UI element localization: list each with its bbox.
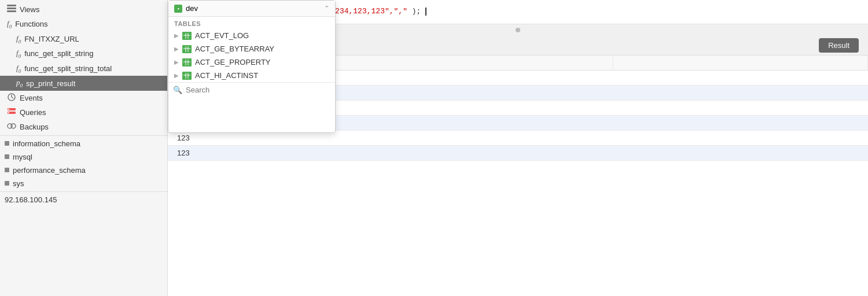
svg-rect-8 [8, 109, 9, 110]
sidebar-db-performance-schema[interactable]: performance_schema [0, 164, 167, 177]
sidebar-item-fn1[interactable]: f0 FN_ITXXZ_URL [0, 32, 167, 47]
expand-arrow-icon-1: ▶ [174, 32, 179, 39]
function-item-icon-2: f0 [16, 49, 21, 59]
svg-rect-12 [183, 33, 190, 39]
dropdown-search-bar: 🔍 [168, 82, 335, 97]
svg-rect-24 [183, 73, 190, 79]
functions-icon: f0 [7, 19, 12, 29]
dropdown-header[interactable]: ▪ dev ⌃ [168, 1, 335, 17]
sidebar-item-views[interactable]: Views [0, 2, 167, 17]
result-cell-empty-5 [613, 145, 868, 160]
expand-arrow-icon-4: ▶ [174, 72, 179, 79]
result-cell-empty-3 [613, 115, 868, 130]
events-icon [7, 93, 16, 103]
result-cell-5: 123 [168, 145, 613, 160]
result-column-empty [613, 56, 868, 71]
sidebar-db-sys[interactable]: sys [0, 177, 167, 190]
function-item-icon-1: f0 [16, 34, 21, 45]
sidebar: Views f0 Functions f0 FN_ITXXZ_URL f0 fu… [0, 0, 168, 296]
db-dot-icon-2 [5, 154, 9, 159]
svg-rect-9 [8, 112, 9, 113]
code-cursor [425, 8, 426, 16]
chevron-down-icon: ⌃ [324, 5, 329, 12]
svg-rect-16 [183, 46, 190, 52]
table-dropdown-popup: ▪ dev ⌃ TABLES ▶ ACT_EVT_LOG ▶ [168, 0, 336, 133]
dropdown-table-act-evt-log[interactable]: ▶ ACT_EVT_LOG [168, 29, 335, 42]
dropdown-table-act-ge-property-label: ACT_GE_PROPERTY [195, 58, 271, 66]
table-icon-3 [182, 58, 192, 66]
dropdown-table-act-evt-log-label: ACT_EVT_LOG [195, 31, 249, 40]
sidebar-item-sp1-label: sp_print_result [26, 79, 75, 88]
result-cell-empty-4 [613, 130, 868, 145]
search-input[interactable] [186, 86, 330, 94]
table-icon-2 [182, 45, 192, 53]
table-icon-1 [182, 32, 192, 40]
dropdown-table-act-ge-bytearray-label: ACT_GE_BYTEARRAY [195, 45, 274, 53]
sidebar-item-queries-label: Queries [20, 108, 46, 117]
sidebar-db-performance-schema-label: performance_schema [13, 166, 86, 175]
result-button[interactable]: Result [819, 38, 859, 53]
sidebar-server[interactable]: 92.168.100.145 [0, 193, 167, 206]
dropdown-db-name: ▪ dev [174, 4, 198, 13]
expand-arrow-icon-3: ▶ [174, 59, 179, 65]
svg-rect-2 [7, 10, 16, 12]
svg-rect-1 [7, 8, 16, 9]
svg-rect-0 [7, 5, 16, 6]
sidebar-item-functions-label: Functions [15, 20, 47, 28]
sidebar-item-fn3-label: func_get_split_string_total [24, 64, 112, 73]
views-icon [7, 5, 16, 14]
dropdown-table-act-hi-actinst-label: ACT_HI_ACTINST [195, 71, 258, 80]
divider-dot [516, 28, 520, 32]
db-icon: ▪ [174, 5, 182, 13]
db-dot-icon-4 [5, 181, 9, 186]
db-dot-icon [5, 141, 9, 146]
dropdown-section-tables: TABLES [168, 17, 335, 29]
function-item-icon-3: f0 [16, 64, 21, 74]
search-icon: 🔍 [173, 86, 182, 94]
procedure-item-icon: p0 [16, 78, 23, 88]
sidebar-item-events[interactable]: Events [0, 91, 167, 105]
result-cell-empty-1 [613, 85, 868, 100]
backups-icon [7, 122, 16, 132]
sidebar-item-fn2[interactable]: f0 func_get_split_string [0, 46, 167, 61]
svg-line-5 [12, 97, 13, 98]
table-icon-4 [182, 72, 192, 80]
sidebar-item-queries[interactable]: Queries [0, 105, 167, 120]
sidebar-divider [0, 135, 167, 136]
sidebar-item-fn2-label: func_get_split_string [24, 49, 93, 58]
sidebar-divider-2 [0, 191, 167, 192]
result-cell-empty-2 [613, 100, 868, 115]
sidebar-db-mysql[interactable]: mysql [0, 150, 167, 164]
code-close-paren: ); [412, 7, 421, 16]
sidebar-item-backups[interactable]: Backups [0, 120, 167, 134]
sidebar-item-events-label: Events [20, 94, 43, 102]
sidebar-server-label: 92.168.100.145 [5, 195, 57, 204]
sidebar-db-mysql-label: mysql [13, 153, 32, 161]
result-cell-empty-0 [613, 70, 868, 85]
dropdown-table-act-ge-property[interactable]: ▶ ACT_GE_PROPERTY [168, 56, 335, 69]
dropdown-table-act-hi-actinst[interactable]: ▶ ACT_HI_ACTINST [168, 69, 335, 82]
sidebar-db-information-schema-label: information_schema [13, 139, 80, 148]
svg-rect-20 [183, 60, 190, 65]
sidebar-item-fn1-label: FN_ITXXZ_URL [24, 35, 79, 43]
expand-arrow-icon-2: ▶ [174, 46, 179, 52]
sidebar-item-views-label: Views [20, 5, 39, 14]
svg-point-11 [11, 124, 16, 128]
sidebar-item-fn3[interactable]: f0 func_get_split_string_total [0, 61, 167, 76]
sidebar-db-sys-label: sys [13, 179, 24, 188]
dropdown-table-act-ge-bytearray[interactable]: ▶ ACT_GE_BYTEARRAY [168, 42, 335, 56]
table-row: 123 [168, 145, 868, 160]
sidebar-item-sp1[interactable]: p0 sp_print_result [0, 76, 167, 91]
sidebar-db-information-schema[interactable]: information_schema [0, 137, 167, 150]
sidebar-item-functions[interactable]: f0 Functions [0, 17, 167, 32]
queries-icon [7, 108, 16, 117]
sidebar-item-backups-label: Backups [20, 123, 49, 131]
db-dot-icon-3 [5, 168, 9, 172]
